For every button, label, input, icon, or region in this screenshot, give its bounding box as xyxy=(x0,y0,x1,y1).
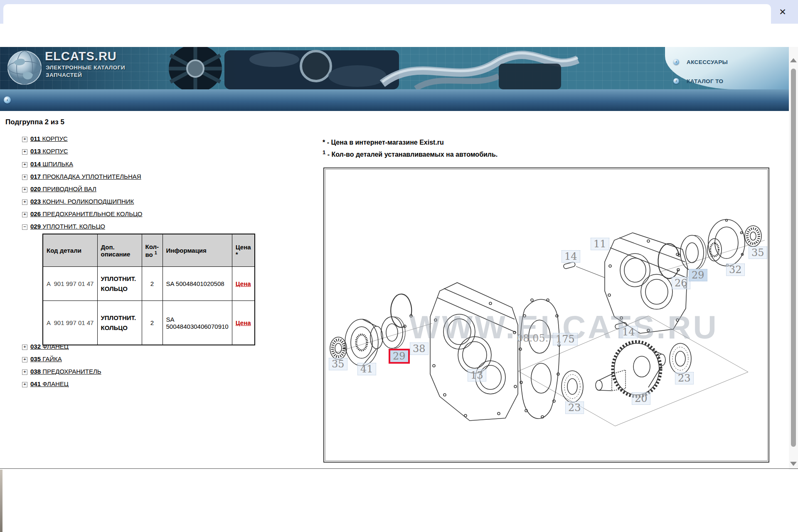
tree-item-014: +014 ШПИЛЬКА xyxy=(22,160,73,169)
scrollbar-thumb[interactable] xyxy=(791,69,796,447)
active-tab[interactable] xyxy=(3,4,771,24)
part-code: A 901 997 01 47 xyxy=(43,267,97,301)
diagram-label-23-left: 23 xyxy=(565,401,584,414)
elcats-globe-logo xyxy=(7,49,42,86)
tree-link-029[interactable]: 029 УПЛОТНИТ. КОЛЬЦО xyxy=(30,223,105,230)
browser-toolbar: ← → ↻ elcats.ru/mercedes/Parts.aspx?Mode… xyxy=(0,24,798,47)
tree-item-011: +011 КОРПУС xyxy=(22,134,68,143)
part-code: A 901 997 01 47 xyxy=(43,301,97,345)
part-info: SA 500484030406070910 xyxy=(163,301,232,345)
tree-item-041: +041 ФЛАНЕЦ xyxy=(22,379,69,389)
part-qty: 2 xyxy=(142,267,163,301)
diagram-label-35-top: 35 xyxy=(749,246,767,259)
tree-expand-icon[interactable]: + xyxy=(22,187,27,192)
parts-table: Код детали Доп. описание Кол-во 1 Информ… xyxy=(42,234,255,345)
diagram-label-41: 41 xyxy=(357,363,376,375)
tree-expand-icon[interactable]: + xyxy=(22,162,27,167)
tree-item-029: −029 УПЛОТНИТ. КОЛЬЦО xyxy=(22,222,105,231)
diagram-label-14: 14 xyxy=(562,250,580,263)
accessories-bullet-icon: › xyxy=(673,59,679,65)
tree-expand-icon[interactable]: + xyxy=(22,149,27,155)
part-desc: УПЛОТНИТ. КОЛЬЦО xyxy=(97,301,142,345)
substrip-globe-icon[interactable]: › xyxy=(4,96,11,103)
part-qty: 2 xyxy=(142,301,163,345)
tree-link-023[interactable]: 023 КОНИЧ. РОЛИКОПОДШИПНИК xyxy=(30,198,134,205)
tab-strip: ✕ xyxy=(0,0,798,24)
tree-link-032[interactable]: 032 ФЛАНЕЦ xyxy=(30,343,69,350)
tree-link-011[interactable]: 011 КОРПУС xyxy=(30,135,68,142)
price-link[interactable]: Цена xyxy=(236,319,251,326)
tree-expand-icon[interactable]: + xyxy=(22,212,27,217)
tree-link-014[interactable]: 014 ШПИЛЬКА xyxy=(30,160,73,167)
part-info: SA 50048401020508 xyxy=(163,267,232,301)
tree-item-026: +026 ПРЕДОХРАНИТЕЛЬНОЕ КОЛЬЦО xyxy=(22,209,143,219)
tree-expand-icon[interactable]: + xyxy=(22,137,27,142)
menu-item-catalog-to[interactable]: КАТАЛОГ ТО xyxy=(687,78,723,84)
diagram-label-175: 175 xyxy=(553,333,578,345)
tree-item-020: +020 ПРИВОДНОЙ ВАЛ xyxy=(22,185,96,194)
tree-item-038: +038 ПРЕДОХРАНИТЕЛЬ xyxy=(22,367,101,376)
diagram-label-29-top: 29 xyxy=(689,269,707,281)
scroll-up-icon[interactable] xyxy=(790,58,797,62)
tree-collapse-icon[interactable]: − xyxy=(22,224,27,230)
diagram-label-23-right: 23 xyxy=(675,372,694,384)
tree-link-017[interactable]: 017 ПРОКЛАДКА УПЛОТНИТЕЛЬНАЯ xyxy=(30,173,141,180)
diagram-label-13: 13 xyxy=(468,369,486,382)
banner-substrip: › xyxy=(0,89,789,111)
col-header-code: Код детали xyxy=(43,234,97,267)
tree-link-041[interactable]: 041 ФЛАНЕЦ xyxy=(30,380,69,387)
content-bottom-divider xyxy=(0,468,798,469)
col-header-info: Информация xyxy=(163,234,232,267)
tree-link-026[interactable]: 026 ПРЕДОХРАНИТЕЛЬНОЕ КОЛЬЦО xyxy=(30,210,143,217)
col-header-desc: Доп. описание xyxy=(97,234,142,267)
part-desc: УПЛОТНИТ. КОЛЬЦО xyxy=(97,267,142,301)
engine-image xyxy=(125,47,665,89)
window-close-icon[interactable]: ✕ xyxy=(776,6,789,18)
tree-link-035[interactable]: 035 ГАЙКА xyxy=(30,355,62,362)
diagram-highlight-box: 29 xyxy=(389,349,410,364)
tree-expand-icon[interactable]: + xyxy=(22,175,27,180)
tree-item-032: +032 ФЛАНЕЦ xyxy=(22,342,69,351)
table-row: A 901 997 01 47 УПЛОТНИТ. КОЛЬЦО 2 SA 50… xyxy=(43,267,255,301)
footnotes: * - Цена в интернет-магазине Exist.ru 1 … xyxy=(323,139,498,158)
tree-expand-icon[interactable]: + xyxy=(22,345,27,350)
menu-item-accessories[interactable]: АКСЕССУАРЫ xyxy=(687,59,728,65)
diagram-label-26: 26 xyxy=(672,277,690,289)
site-banner: ELCATS.RU ЭЛЕКТРОННЫЕ КАТАЛОГИ ЗАПЧАСТЕЙ… xyxy=(0,47,789,89)
tree-expand-icon[interactable]: + xyxy=(22,369,27,375)
watermark-date: 08.05. xyxy=(517,332,548,344)
tree-link-013[interactable]: 013 КОРПУС xyxy=(30,148,68,155)
tree-item-035: +035 ГАЙКА xyxy=(22,355,62,364)
tree-link-020[interactable]: 020 ПРИВОДНОЙ ВАЛ xyxy=(30,185,96,192)
tree-item-013: +013 КОРПУС xyxy=(22,147,68,156)
diagram-label-20: 20 xyxy=(632,392,650,405)
footnote-qty: 1 - Кол-во деталей устанавливаемых на ав… xyxy=(323,149,498,158)
tree-item-023: +023 КОНИЧ. РОЛИКОПОДШИПНИК xyxy=(22,197,134,206)
site-logo-subtitle-1: ЭЛЕКТРОННЫЕ КАТАЛОГИ xyxy=(46,64,125,71)
col-header-price: Цена* xyxy=(232,234,254,267)
next-section-edge xyxy=(0,470,2,532)
site-logo-title[interactable]: ELCATS.RU xyxy=(45,49,117,63)
footnote-price: * - Цена в интернет-магазине Exist.ru xyxy=(323,139,498,146)
diagram-label-35-left: 35 xyxy=(329,358,347,370)
diagram-label-29-selected: 29 xyxy=(390,350,408,362)
diagram-label-38: 38 xyxy=(410,342,429,355)
page-title: Подгруппа 2 из 5 xyxy=(5,118,64,126)
diagram-label-32: 32 xyxy=(726,264,745,276)
scrollbar[interactable] xyxy=(789,47,798,470)
col-header-qty: Кол-во 1 xyxy=(142,234,163,267)
site-logo-subtitle-2: ЗАПЧАСТЕЙ xyxy=(46,72,82,78)
tree-link-038[interactable]: 038 ПРЕДОХРАНИТЕЛЬ xyxy=(30,368,101,375)
table-header-row: Код детали Доп. описание Кол-во 1 Информ… xyxy=(43,234,255,267)
diagram-label-11: 11 xyxy=(591,238,609,250)
scroll-down-icon[interactable] xyxy=(790,462,797,466)
tree-expand-icon[interactable]: + xyxy=(22,382,27,387)
tree-expand-icon[interactable]: + xyxy=(22,200,27,205)
tree-expand-icon[interactable]: + xyxy=(22,357,27,362)
price-link[interactable]: Цена xyxy=(236,280,251,287)
tree-item-017: +017 ПРОКЛАДКА УПЛОТНИТЕЛЬНАЯ xyxy=(22,172,141,181)
browser-window: ✕ ← → ↻ elcats.ru/mercedes/Parts.aspx?Mo… xyxy=(0,0,798,532)
table-row: A 901 997 01 47 УПЛОТНИТ. КОЛЬЦО 2 SA 50… xyxy=(43,301,255,345)
diagram-label-14-right: 14 xyxy=(619,326,638,338)
catalog-to-bullet-icon: › xyxy=(673,78,679,84)
